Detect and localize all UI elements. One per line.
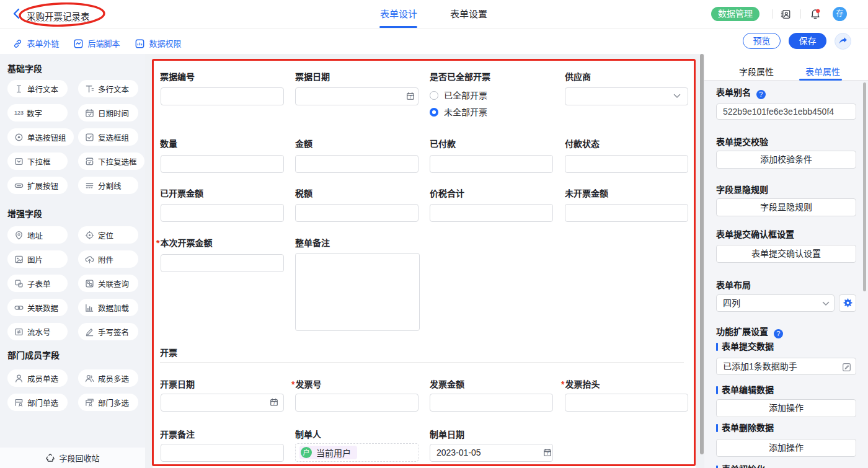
- svg-text:7: 7: [409, 95, 412, 99]
- svg-text:7: 7: [546, 451, 549, 456]
- svg-text:7: 7: [273, 401, 275, 405]
